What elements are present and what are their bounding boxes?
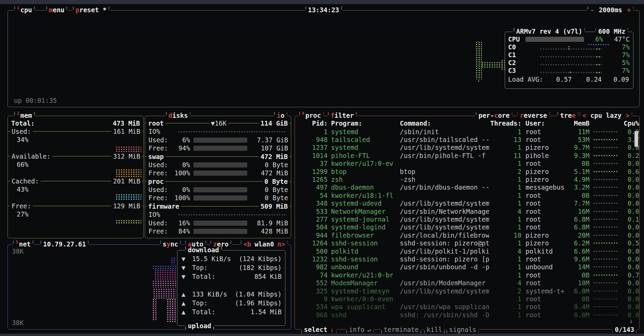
process-mem: 6.6M <box>566 247 590 255</box>
col-pid[interactable]: Pid: <box>298 119 328 127</box>
process-row[interactable]: 1systemd/sbin/init1root11M0.0 <box>295 128 639 135</box>
process-user: pihole <box>525 152 566 159</box>
process-row[interactable]: 944filebrowser/usr/local/bin/filebrow10p… <box>295 231 639 239</box>
process-cpu: 0.0 <box>622 160 639 167</box>
process-mem-graph <box>593 242 617 244</box>
menu-button[interactable]: menu <box>46 6 67 14</box>
process-row[interactable]: 968sshdsshd: /usr/sbin/sshd -D1root6.0M0… <box>295 311 639 319</box>
process-command: /usr/lib/systemd/system <box>400 223 489 231</box>
proc-filter-button[interactable]: filter <box>328 112 357 119</box>
process-row[interactable]: 504systemd-logind/usr/lib/systemd/system… <box>295 223 639 231</box>
mem-box-title[interactable]: 2 mem <box>14 112 35 119</box>
process-row[interactable]: 348systemd-udevd/usr/lib/systemd/system1… <box>295 199 639 207</box>
process-command: sshd: /usr/sbin/sshd -D <box>400 311 489 319</box>
preset-button[interactable]: preset * <box>73 6 110 14</box>
footer-info[interactable]: info ↵ <box>346 326 374 333</box>
upload-total-row: ▲ Total: 1.54 MiB <box>182 308 282 316</box>
interval-decrease-button[interactable]: - <box>590 6 594 14</box>
col-command[interactable]: Command: <box>400 119 489 127</box>
iface-next-button[interactable]: n> <box>278 241 285 248</box>
process-pid: 1237 <box>298 144 328 151</box>
process-pid: 500 <box>298 247 328 255</box>
process-row[interactable]: 74kworker/u21:0-br1root0B0.7 <box>295 271 639 279</box>
process-mem: 16M <box>566 208 590 215</box>
process-row[interactable]: 1232sshd-sessionsshd-session: pizero [p1… <box>295 255 639 263</box>
core-graph-accent <box>596 56 601 58</box>
process-mem-graph <box>593 234 617 236</box>
process-row[interactable]: 54kworker/u18:1-fl1root0B0.0 <box>295 191 639 199</box>
up-arrow-icon: ▲ <box>182 290 185 298</box>
process-pid: 54 <box>298 192 328 199</box>
process-scrollbar[interactable] <box>634 131 638 147</box>
process-row[interactable]: 500polkitd/usr/lib/polkit-1/polki4polkit… <box>295 247 639 255</box>
disk-used-meter <box>193 221 247 226</box>
process-row[interactable]: 982unbound/usr/sbin/unbound -d -p1unboun… <box>295 263 639 271</box>
iface-prev-button[interactable]: <b <box>244 241 251 248</box>
process-mem: 9.7M <box>566 144 590 151</box>
process-mem-graph <box>593 162 617 164</box>
mem-available-row: Available: 312 MiB <box>8 153 143 160</box>
interval-value: 2000ms <box>599 6 622 14</box>
disk-free-meter <box>193 146 247 151</box>
proc-reverse-toggle[interactable]: reverse <box>517 112 550 119</box>
col-cpu[interactable]: Cpu% <box>622 119 639 127</box>
process-row[interactable]: 325systemd-timesyn/usr/lib/systemd/syste… <box>295 287 639 295</box>
col-user[interactable]: User: <box>525 119 566 127</box>
process-mem: 7.7M <box>566 199 590 207</box>
process-row[interactable]: 277systemd-journal/usr/lib/systemd/syste… <box>295 215 639 223</box>
process-mem: 9.6M <box>566 255 590 263</box>
upload-title: upload <box>185 322 214 330</box>
interval-increase-button[interactable]: + <box>627 6 631 14</box>
footer-terminate[interactable]: terminate <box>381 326 422 333</box>
process-row[interactable]: 948tailscaled/usr/sbin/tailscaled --13ro… <box>295 135 639 143</box>
process-pid: 533 <box>298 208 328 215</box>
process-row[interactable]: 1264sshd-sessionsshd-session: pizero@pt1… <box>295 239 639 247</box>
process-cpu: 0.0 <box>622 208 639 215</box>
process-row[interactable]: 497dbus-daemon/usr/bin/dbus-daemon --1me… <box>295 183 639 191</box>
process-name: dbus-daemon <box>331 183 400 191</box>
process-row[interactable]: 1299btopbtop2pizero5.1M0.6 <box>295 167 639 175</box>
process-command: /usr/lib/systemd/system <box>400 287 489 295</box>
process-row[interactable]: 534wpa_supplicant/usr/sbin/wpa_supplican… <box>295 303 639 311</box>
process-name: kworker/u17:0-ev <box>331 160 400 167</box>
process-pid: 982 <box>298 263 328 271</box>
process-name: kworker/u21:0-br <box>331 271 400 279</box>
sort-prev-button[interactable]: < <box>582 112 586 119</box>
process-row[interactable]: 1237systemd/usr/lib/systemd/system1pizer… <box>295 144 639 151</box>
proc-per-core-toggle[interactable]: per-core <box>475 112 513 119</box>
disk-root-io-row: IO% <box>145 128 291 135</box>
disks-io-toggle[interactable]: io <box>274 112 287 119</box>
footer-select[interactable]: select ↓ <box>301 326 337 333</box>
sort-next-button[interactable]: > <box>626 112 629 119</box>
net-sync-toggle[interactable]: sync <box>160 241 181 248</box>
process-row[interactable]: 1014pihole-FTL/usr/bin/pihole-FTL -f11pi… <box>295 151 639 159</box>
cpu-frequency: 600 MHz <box>595 28 628 35</box>
net-box-title[interactable]: 3 net <box>13 241 34 248</box>
process-threads: 13 <box>489 136 521 143</box>
col-program[interactable]: Program: <box>331 119 400 127</box>
net-interface-selector[interactable]: <b wlan0 n> <box>240 241 288 248</box>
cpu-box-title[interactable]: 1 cpu <box>14 6 35 14</box>
footer-signals[interactable]: signals <box>446 326 479 333</box>
process-name: sshd-session <box>331 255 400 263</box>
core-row: C2 5% <box>505 59 633 67</box>
process-pid: 948 <box>298 136 328 143</box>
process-mem-graph <box>593 210 617 212</box>
process-row[interactable]: 1265zsh-zsh1pizero4.9M0.0 <box>295 175 639 183</box>
col-threads[interactable]: Threads: <box>489 119 521 127</box>
disk-firmware-io-row: IO% <box>145 211 291 218</box>
process-command: /usr/sbin/tailscaled -- <box>400 136 489 143</box>
col-mem[interactable]: MemB <box>566 119 590 127</box>
proc-tree-toggle[interactable]: tree <box>557 112 579 119</box>
process-row[interactable]: 37kworker/u17:0-ev1root0B0.0 <box>295 160 639 167</box>
disk-proc-free-row: Free: 100% 0 Byte <box>145 194 291 202</box>
disk-free-meter <box>193 195 247 201</box>
proc-box-title[interactable]: 4 proc <box>299 112 324 119</box>
process-row[interactable]: 552ModemManager/usr/sbin/ModemManager4ro… <box>295 279 639 287</box>
process-command: /usr/sbin/unbound -d -p <box>400 263 489 271</box>
process-row[interactable]: 533NetworkManager/usr/sbin/NetworkManage… <box>295 207 639 215</box>
process-user: root <box>525 128 566 135</box>
footer-kill[interactable]: kill <box>424 326 445 333</box>
process-row[interactable]: 9kworker/0:0-even1root0B0.0 <box>295 295 639 303</box>
iface-name: wlan0 <box>254 241 274 248</box>
